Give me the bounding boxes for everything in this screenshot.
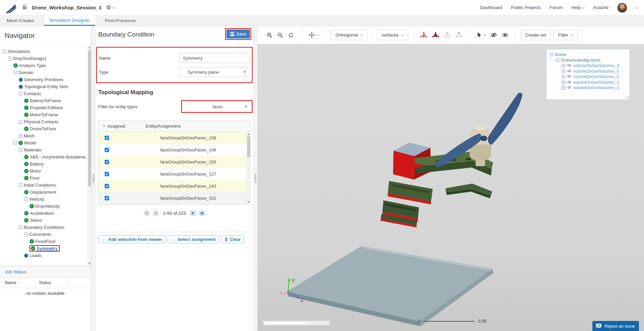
viewer-canvas[interactable]: Y Z x −Scene−DroneAssembly mesh+volumeOn… <box>258 44 644 331</box>
tet-dark-icon[interactable] <box>432 32 439 38</box>
tree-item-topological-entity-sets[interactable]: Topological Entity Sets <box>0 83 87 90</box>
tree-item-materials[interactable]: −Materials <box>0 146 87 153</box>
tree-item-physical-contacts[interactable]: −Physical Contacts <box>0 118 87 125</box>
table-row-facegroupongeofaces-155[interactable]: faceGroupOnGeoFaces_155 <box>99 156 250 168</box>
tree-item-dropvelocity[interactable]: ✔DropVelocity <box>0 203 87 210</box>
nav-link-public-projects[interactable]: Public Projects <box>511 5 541 10</box>
tree-item-model[interactable]: −✔Model <box>0 139 87 146</box>
table-row-facegroupongeofaces-149[interactable]: faceGroupOnGeoFaces_149 <box>99 144 250 156</box>
collapse-icon[interactable]: − <box>8 57 12 60</box>
scene-item-volumeongeovolumes-0[interactable]: +volumeOnGeoVolumes_0 <box>550 69 626 74</box>
viewer-bottom-slider[interactable] <box>263 321 330 325</box>
resize-grip[interactable] <box>93 174 94 183</box>
tree-item-battreytoframe[interactable]: ✔BattreyToFrame <box>0 97 87 104</box>
visibility-eye-icon[interactable] <box>567 69 572 74</box>
zoom-out-icon[interactable] <box>277 32 283 38</box>
last-page-button[interactable] <box>199 210 205 216</box>
tree-item-contacts[interactable]: −Contacts <box>0 90 87 97</box>
tree-item-dronetofloor[interactable]: ✔DroneToFloor <box>0 125 87 132</box>
name-input[interactable] <box>179 53 250 63</box>
select-assignment-button[interactable]: →Select assignment <box>168 235 219 243</box>
tree-item-fixedfloor[interactable]: ✔FixedFloor <box>0 238 87 245</box>
projection-mode-select[interactable]: Orthogonal <box>331 30 367 40</box>
assigned-checkbox[interactable] <box>105 160 109 164</box>
assigned-checkbox[interactable] <box>105 148 109 152</box>
tree-item-domain[interactable]: −Domain <box>0 69 87 76</box>
app-logo[interactable] <box>5 2 17 13</box>
visibility-eye-icon[interactable] <box>567 74 572 79</box>
nav-link-forum[interactable]: Forum <box>549 5 562 10</box>
scroll-up-icon[interactable] <box>248 133 250 135</box>
expand-icon[interactable]: + <box>562 70 565 73</box>
tree-item-acceleration[interactable]: ✔Acceleration <box>0 210 87 217</box>
avatar[interactable] <box>617 3 627 13</box>
tree-item-analysis-type[interactable]: ✔Analysis Type <box>0 62 87 69</box>
show-all-icon[interactable] <box>502 32 508 38</box>
tree-item-loads[interactable]: Loads <box>0 252 87 259</box>
visibility-eye-icon[interactable] <box>567 85 572 90</box>
table-scrollbar-thumb[interactable] <box>247 136 250 157</box>
type-select[interactable]: Symmetry plane ▼ <box>179 67 250 77</box>
tab-post-processor[interactable]: Post-Processor <box>100 15 141 26</box>
scroll-up-icon[interactable] <box>89 47 91 48</box>
pan-tool-button[interactable] <box>309 32 319 38</box>
tree-item-stress[interactable]: ✔Stress <box>0 217 87 224</box>
expand-icon[interactable]: + <box>562 86 565 89</box>
tree-item-propellertomotor[interactable]: ✔PropellerToMotor <box>0 104 87 111</box>
tree-item-geometry-primitives[interactable]: Geometry Primitives <box>0 76 87 83</box>
navigator-resize-handle[interactable] <box>91 26 96 331</box>
tree-item-mesh[interactable]: +Mesh <box>0 132 87 139</box>
collapse-icon[interactable]: − <box>19 120 22 124</box>
scene-item-scene[interactable]: −Scene <box>550 52 626 58</box>
prev-page-button[interactable] <box>153 210 159 216</box>
tree-item-floor[interactable]: ✔Floor <box>0 175 87 182</box>
scene-tree-resize-handle[interactable] <box>626 96 629 99</box>
project-settings-button[interactable]: ⚙ <box>106 5 114 10</box>
panel-resize-handle[interactable] <box>253 26 258 331</box>
zoom-in-icon[interactable] <box>267 32 273 38</box>
assigned-checkbox[interactable] <box>105 184 109 188</box>
assigned-checkbox[interactable] <box>105 196 109 200</box>
tab-simulation-designer[interactable]: Simulation Designer <box>44 15 95 26</box>
scene-item-droneassembly-mesh[interactable]: −DroneAssembly mesh <box>550 58 626 63</box>
expand-icon[interactable]: + <box>562 75 565 78</box>
nav-link-dashboard[interactable]: Dashboard <box>480 5 502 10</box>
tree-item-simulations[interactable]: −Simulations <box>0 48 87 55</box>
expand-icon[interactable]: + <box>562 64 565 67</box>
collapse-icon[interactable]: − <box>13 141 17 145</box>
next-page-button[interactable] <box>190 210 196 216</box>
render-mode-select[interactable]: surfaces <box>377 30 408 40</box>
collapse-icon[interactable]: − <box>24 233 28 236</box>
scroll-down-icon[interactable] <box>248 201 250 203</box>
collapse-icon[interactable]: − <box>19 183 22 187</box>
tree-item-droptestdesign1[interactable]: −DropTestDesign1 <box>0 55 87 62</box>
tree-item-displacement[interactable]: ✔Displacement <box>0 189 87 196</box>
report-issue-button[interactable]: Report an issue <box>592 321 639 331</box>
table-row-facegroupongeofaces-143[interactable]: faceGroupOnGeoFaces_143 <box>99 180 250 192</box>
collapse-icon[interactable]: − <box>19 148 22 152</box>
slider-thumb[interactable] <box>264 321 308 325</box>
viewer-filter-button[interactable]: Filter <box>553 30 578 40</box>
entity-column-header[interactable]: Entity/Assignment <box>136 124 250 129</box>
tree-item-symmetry[interactable]: ✔Symmetry <box>0 245 87 252</box>
tet-wireframe-icon[interactable] <box>444 32 451 38</box>
collapse-icon[interactable]: − <box>13 71 17 74</box>
create-set-button[interactable]: Create set <box>521 30 551 40</box>
collapse-icon[interactable]: − <box>19 225 22 229</box>
entity-type-select[interactable]: faces ▼ <box>182 102 251 112</box>
scene-item-volumeongeovolumes-3[interactable]: +volumeOnGeoVolumes_3 <box>550 85 626 91</box>
resize-grip[interactable] <box>255 174 256 183</box>
assigned-checkbox[interactable] <box>105 172 109 176</box>
table-row-facegroupongeofaces-127[interactable]: faceGroupOnGeoFaces_127 <box>99 168 250 180</box>
tree-item-initial-conditions[interactable]: −Initial Conditions <box>0 182 87 189</box>
clear-button[interactable]: Clear <box>221 235 244 243</box>
scene-item-volumeongeovolumes-1[interactable]: +volumeOnGeoVolumes_1 <box>550 80 626 85</box>
nav-link-help[interactable]: Help <box>571 5 584 10</box>
save-button[interactable]: Save <box>226 29 250 39</box>
tet-nodes-icon[interactable] <box>455 32 463 38</box>
tree-item-boundary-conditions[interactable]: −Boundary Conditions <box>0 224 87 231</box>
collapse-icon[interactable]: − <box>24 197 28 201</box>
table-scrollbar[interactable] <box>247 132 250 204</box>
tab-mesh-creator[interactable]: Mesh Creator <box>1 15 40 26</box>
expand-icon[interactable]: + <box>19 134 22 138</box>
